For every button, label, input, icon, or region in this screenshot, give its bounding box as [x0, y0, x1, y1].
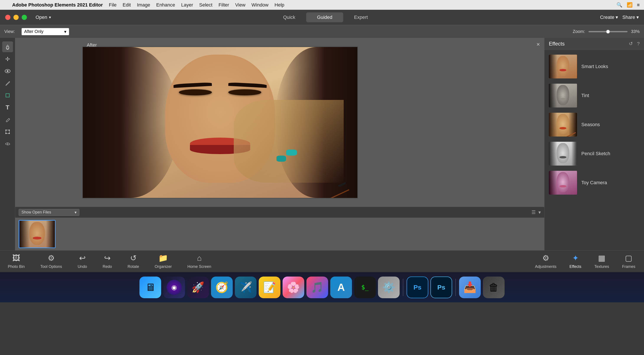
warp-icon — [4, 141, 10, 147]
photo-thumbnails — [15, 218, 544, 250]
view-dropdown-chevron-icon: ▾ — [64, 29, 66, 34]
effects-refresh-button[interactable]: ↺ — [629, 41, 633, 47]
photo-bin-button[interactable]: 🖼 Photo Bin — [0, 252, 32, 271]
effects-help-button[interactable]: ? — [637, 41, 640, 47]
bin-grid-icon[interactable]: ▾ — [538, 210, 541, 215]
wifi-icon: 📶 — [627, 2, 632, 8]
tab-expert[interactable]: Expert — [343, 12, 379, 22]
effects-button[interactable]: ✦ Effects — [563, 252, 588, 271]
rotate-icon: ↺ — [130, 254, 136, 263]
app-store-icon: A — [330, 277, 352, 298]
effect-item-smart-looks[interactable]: Smart Looks — [544, 52, 644, 81]
dock-downloads-folder[interactable]: 📥 — [459, 277, 481, 298]
frames-button[interactable]: ▢ Frames — [616, 252, 642, 271]
menu-help[interactable]: Help — [274, 2, 284, 8]
zoom-thumb[interactable] — [606, 30, 610, 33]
effect-thumb-image-toy — [549, 171, 577, 195]
dock-ps-elements-1[interactable]: Ps — [406, 277, 428, 298]
tab-quick[interactable]: Quick — [272, 12, 306, 22]
rotate-button[interactable]: ↺ Rotate — [120, 252, 147, 271]
crop-icon — [4, 92, 10, 98]
effects-title: Effects — [549, 41, 565, 47]
crop-tool[interactable] — [2, 90, 13, 101]
menu-window[interactable]: Window — [252, 2, 268, 8]
eraser-tool[interactable] — [2, 114, 13, 125]
notes-icon: 📝 — [263, 281, 276, 294]
open-button[interactable]: Open ▾ — [36, 14, 51, 20]
photo-bin-icon: 🖼 — [12, 254, 20, 263]
zoom-area: Zoom: 33% — [573, 29, 640, 34]
dock-rocket[interactable]: 🚀 — [187, 277, 209, 298]
hand-tool[interactable] — [2, 41, 13, 52]
dock-music[interactable]: 🎵 — [306, 277, 328, 298]
menu-image[interactable]: Image — [137, 2, 150, 8]
warp-tool[interactable] — [2, 138, 13, 149]
dock-ps-elements-2[interactable]: Ps — [430, 277, 452, 298]
svg-rect-6 — [6, 130, 6, 131]
tab-guided[interactable]: Guided — [306, 12, 343, 22]
home-screen-button[interactable]: ⌂ Home Screen — [180, 252, 219, 271]
app-name: Adobe Photoshop Elements 2021 Editor — [12, 2, 103, 8]
view-dropdown[interactable]: After Only ▾ — [22, 28, 69, 35]
menu-file[interactable]: File — [109, 2, 116, 8]
thumbnail-item[interactable] — [19, 220, 56, 248]
close-canvas-button[interactable]: × — [536, 41, 540, 48]
dock-siri[interactable]: ◉ — [163, 277, 185, 298]
effect-item-toy-camera[interactable]: Toy Camera — [544, 168, 644, 197]
effect-thumb-image-tint — [549, 84, 577, 107]
eye-tool[interactable] — [2, 66, 13, 76]
dock-system-preferences[interactable]: ⚙️ — [378, 277, 400, 298]
effect-thumb-image-seasons — [549, 113, 577, 137]
eraser-icon — [4, 117, 10, 123]
dock-divider — [403, 279, 403, 296]
tool-options-button[interactable]: ⚙ Tool Options — [32, 252, 70, 271]
search-icon[interactable]: 🔍 — [616, 2, 622, 8]
dock-finder[interactable]: 🖥 — [140, 277, 161, 298]
effects-icon: ✦ — [572, 254, 579, 263]
siri-icon: ◉ — [166, 280, 182, 295]
move-tool[interactable] — [2, 53, 13, 64]
effect-item-tint[interactable]: Tint — [544, 81, 644, 110]
redo-button[interactable]: ↪ Redo — [95, 252, 120, 271]
zoom-slider[interactable] — [588, 31, 628, 32]
close-window-button[interactable] — [5, 15, 10, 20]
menu-view[interactable]: View — [235, 2, 246, 8]
share-button[interactable]: Share ▾ — [622, 14, 639, 20]
fullscreen-window-button[interactable] — [22, 15, 27, 20]
dock-trash[interactable]: 🗑 — [483, 277, 504, 298]
hand-icon — [4, 44, 10, 50]
dock-photos[interactable]: 🌸 — [282, 277, 304, 298]
text-tool[interactable]: T — [2, 102, 13, 113]
svg-point-3 — [7, 70, 8, 72]
create-button[interactable]: Create ▾ — [600, 14, 618, 20]
view-option-text: After Only — [24, 29, 44, 34]
show-open-files-dropdown[interactable]: Show Open Files ▾ — [19, 209, 79, 216]
dock-terminal[interactable]: $_ — [354, 277, 376, 298]
undo-button[interactable]: ↩ Undo — [70, 252, 95, 271]
organizer-button[interactable]: 📁 Organizer — [147, 252, 180, 271]
menu-edit[interactable]: Edit — [123, 2, 131, 8]
transform-tool[interactable] — [2, 126, 13, 137]
adjustments-button[interactable]: ⚙ Adjustments — [528, 252, 563, 271]
effect-thumb-seasons — [549, 113, 577, 137]
dock-notes[interactable]: 📝 — [259, 277, 280, 298]
menu-filter[interactable]: Filter — [218, 2, 229, 8]
menu-select[interactable]: Select — [199, 2, 212, 8]
effect-thumb-toy-camera — [549, 171, 577, 195]
effect-item-pencil-sketch[interactable]: Pencil Sketch — [544, 139, 644, 168]
terminal-icon: $_ — [361, 284, 368, 291]
brush-icon — [4, 80, 10, 86]
effect-item-seasons[interactable]: Seasons — [544, 110, 644, 139]
minimize-window-button[interactable] — [14, 15, 19, 20]
textures-button[interactable]: ▦ Textures — [588, 252, 616, 271]
menu-layer[interactable]: Layer — [181, 2, 193, 8]
effect-name-pencil-sketch: Pencil Sketch — [581, 151, 610, 156]
redo-icon: ↪ — [104, 254, 110, 263]
dock-safari[interactable]: 🧭 — [211, 277, 233, 298]
dock-klack[interactable]: ✈️ — [235, 277, 256, 298]
dock-app-store[interactable]: A — [330, 277, 352, 298]
transform-icon — [4, 129, 10, 135]
menu-enhance[interactable]: Enhance — [156, 2, 175, 8]
brush-tool[interactable] — [2, 78, 13, 89]
bin-list-icon[interactable]: ☰ — [532, 210, 536, 215]
